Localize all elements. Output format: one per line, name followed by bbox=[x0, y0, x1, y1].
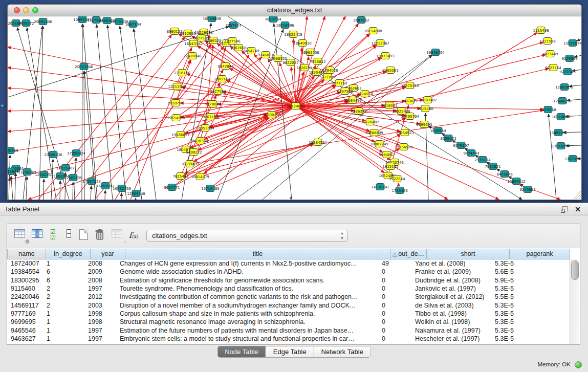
graph-node[interactable]: 12444159 bbox=[553, 98, 572, 104]
graph-node[interactable]: 15720407 bbox=[361, 119, 379, 125]
resize-grip-icon[interactable] bbox=[576, 194, 581, 199]
close-panel-icon[interactable]: ✕ bbox=[575, 205, 581, 214]
graph-node[interactable]: 12093872 bbox=[555, 84, 574, 91]
citation-edge[interactable] bbox=[15, 173, 16, 200]
row-select-icon[interactable]: ☑☑ bbox=[50, 229, 63, 243]
citation-edge[interactable] bbox=[296, 106, 384, 173]
graph-node[interactable]: 8358923 bbox=[440, 135, 456, 142]
citation-edge[interactable] bbox=[8, 106, 296, 152]
table-row[interactable]: 911546021997Tourette syndrome. Phenomeno… bbox=[8, 285, 570, 293]
graph-node[interactable]: 9129946 bbox=[561, 55, 578, 62]
citation-edge[interactable] bbox=[549, 114, 556, 200]
graph-node[interactable]: 1973449 bbox=[542, 51, 558, 57]
column-header-year[interactable]: year bbox=[91, 249, 125, 259]
tab-edge-table[interactable]: Edge Table bbox=[266, 346, 314, 357]
graph-node[interactable]: 10975487 bbox=[56, 165, 75, 171]
graph-node[interactable]: 17359924 bbox=[67, 150, 85, 157]
graph-node[interactable]: 6379197 bbox=[453, 142, 469, 149]
graph-node[interactable]: 10807487 bbox=[419, 97, 437, 103]
vertical-scrollbar[interactable] bbox=[570, 259, 579, 344]
rows-icon[interactable] bbox=[64, 229, 78, 243]
memory-status-indicator[interactable] bbox=[575, 361, 582, 368]
citation-edge[interactable] bbox=[60, 181, 60, 200]
graph-node[interactable]: 19654985 bbox=[167, 115, 185, 121]
graph-node[interactable]: 18640910 bbox=[293, 40, 312, 47]
citation-edge[interactable] bbox=[91, 186, 92, 200]
citation-edge[interactable] bbox=[26, 177, 27, 200]
column-header-in_degree[interactable]: in_degree bbox=[46, 249, 91, 259]
graph-node[interactable]: 7955812 bbox=[310, 58, 325, 65]
new-document-icon[interactable] bbox=[79, 229, 93, 243]
graph-node[interactable]: 9463627 bbox=[402, 98, 418, 104]
graph-node[interactable]: 9245652 bbox=[519, 186, 535, 193]
network-canvas[interactable]: 1872400789601238912955182260589827505818… bbox=[8, 16, 581, 200]
graph-node[interactable]: 8471676 bbox=[496, 171, 513, 178]
graph-node[interactable]: 10654112 bbox=[507, 178, 526, 185]
graph-node[interactable]: 9215958 bbox=[540, 106, 556, 113]
graph-node[interactable]: 1733426 bbox=[391, 187, 408, 194]
graph-node[interactable]: 20691406 bbox=[34, 18, 52, 25]
graph-node[interactable]: 9115460 bbox=[417, 105, 433, 112]
citation-edge[interactable] bbox=[43, 179, 44, 200]
graph-node[interactable]: 19218596 bbox=[276, 22, 294, 29]
table-row[interactable]: 1938455462009Genome-wide association stu… bbox=[8, 268, 570, 276]
graph-node[interactable]: 9242844 bbox=[217, 63, 234, 70]
graph-node[interactable]: 2718126 bbox=[174, 70, 190, 76]
graph-node[interactable]: 16210643 bbox=[552, 114, 570, 120]
column-header-name[interactable]: name bbox=[7, 249, 46, 259]
graph-node[interactable]: 2935114 bbox=[474, 157, 491, 163]
graph-node[interactable]: 18325419 bbox=[284, 31, 302, 38]
graph-node[interactable]: 15751074 bbox=[563, 40, 581, 47]
citation-edge[interactable] bbox=[274, 24, 292, 200]
table-row[interactable]: 977716911998Corpus callosum shape and si… bbox=[8, 310, 570, 318]
citation-edge[interactable] bbox=[11, 176, 13, 200]
graph-node[interactable]: 9474444 bbox=[463, 150, 480, 157]
panel-collapse-arrow-icon[interactable]: ◂ bbox=[1, 102, 3, 108]
graph-node[interactable]: 16914479 bbox=[191, 173, 209, 180]
resize-grip-icon[interactable] bbox=[579, 196, 581, 199]
citation-edge[interactable] bbox=[8, 68, 296, 106]
table-settings-icon[interactable]: ⚙ bbox=[14, 229, 28, 243]
graph-node[interactable]: 8267130 bbox=[202, 114, 218, 120]
graph-node[interactable]: 12923448 bbox=[127, 190, 145, 197]
float-panel-icon[interactable] bbox=[561, 206, 568, 213]
citation-edge[interactable] bbox=[9, 155, 10, 200]
graph-node[interactable]: 19166827 bbox=[171, 132, 190, 138]
citation-edge[interactable] bbox=[200, 144, 313, 177]
graph-node[interactable]: 9777169 bbox=[331, 80, 347, 86]
graph-node[interactable]: 9227343 bbox=[559, 69, 575, 75]
graph-node[interactable]: 9227744 bbox=[545, 64, 561, 71]
graph-node[interactable]: 15892971 bbox=[549, 129, 568, 136]
table-selector-dropdown[interactable]: citations_edges.txt ▲▼ bbox=[146, 230, 348, 242]
graph-node[interactable]: 20206536 bbox=[44, 151, 62, 158]
graph-node[interactable]: 16648794 bbox=[426, 49, 445, 56]
column-header-out_de[interactable]: △out_de… bbox=[390, 249, 427, 259]
column-header-pagerank[interactable]: pagerank bbox=[510, 249, 570, 259]
network-view-window[interactable]: citations_edges.txt 18724007896012389129… bbox=[7, 4, 582, 200]
citation-edge[interactable] bbox=[428, 33, 537, 100]
citation-network-graph[interactable]: 1872400789601238912955182260589827505818… bbox=[8, 16, 581, 200]
table-row[interactable]: 946362711997Embryonic stem cells: a mode… bbox=[8, 335, 570, 343]
citation-edge[interactable] bbox=[83, 24, 97, 200]
graph-node[interactable]: 22420046 bbox=[183, 53, 202, 59]
column-header-short[interactable]: short bbox=[427, 249, 510, 259]
scrollbar-thumb[interactable] bbox=[571, 260, 579, 280]
column-visibility-icon[interactable] bbox=[32, 229, 45, 243]
table-row[interactable]: 946554611997Estimation of the future num… bbox=[8, 326, 570, 334]
network-window-titlebar[interactable]: citations_edges.txt bbox=[8, 5, 581, 16]
citation-edge[interactable] bbox=[82, 24, 82, 200]
graph-node[interactable]: 8813054 bbox=[265, 16, 281, 23]
table-row[interactable]: 1872400712008Changes of HCN gene express… bbox=[8, 259, 570, 268]
citation-edge[interactable] bbox=[210, 144, 314, 188]
graph-node[interactable]: 16961758 bbox=[301, 49, 319, 56]
citation-edge[interactable] bbox=[121, 193, 122, 200]
graph-node[interactable]: 1115486 bbox=[533, 27, 549, 34]
graph-node[interactable]: 2320659 bbox=[8, 147, 18, 154]
citation-edge[interactable] bbox=[190, 110, 543, 164]
graph-node[interactable]: 1221596 bbox=[539, 38, 556, 45]
function-builder-icon[interactable]: f(x) bbox=[129, 229, 144, 243]
graph-node[interactable]: 14136141 bbox=[371, 184, 389, 190]
graph-node[interactable]: 19384554 bbox=[309, 139, 327, 146]
citation-edge[interactable] bbox=[120, 26, 142, 200]
citation-edge[interactable] bbox=[73, 182, 73, 200]
